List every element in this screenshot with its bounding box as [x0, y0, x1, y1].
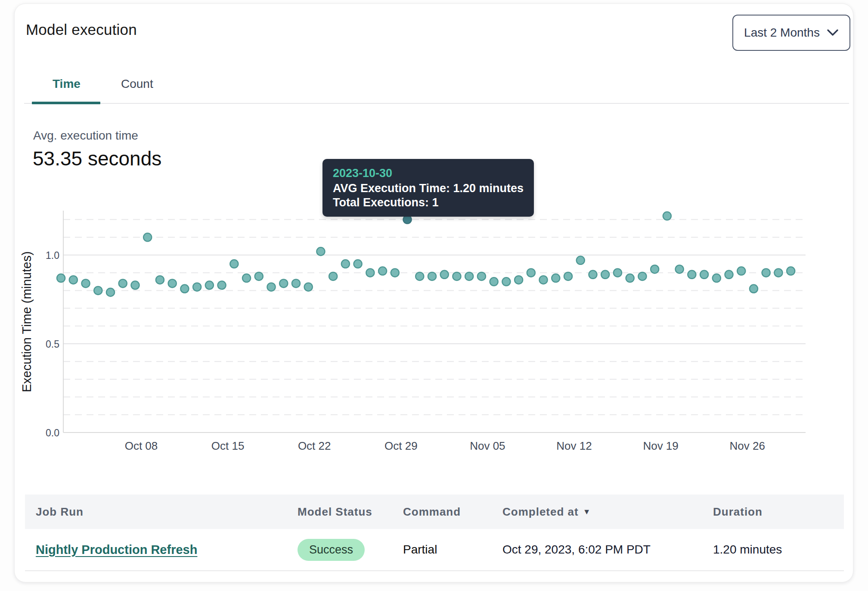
tab-divider: [24, 103, 849, 104]
data-point[interactable]: [279, 279, 288, 287]
data-point[interactable]: [230, 260, 238, 268]
data-point[interactable]: [515, 276, 523, 284]
data-point[interactable]: [143, 233, 152, 241]
data-point[interactable]: [774, 269, 782, 277]
tab-count[interactable]: Count: [121, 77, 152, 91]
data-point[interactable]: [57, 274, 65, 282]
data-point[interactable]: [589, 271, 597, 279]
column-header-duration[interactable]: Duration: [713, 505, 844, 519]
data-point[interactable]: [787, 267, 795, 275]
data-point[interactable]: [354, 260, 362, 268]
data-point[interactable]: [490, 277, 498, 286]
page-title: Model execution: [26, 21, 137, 38]
data-point[interactable]: [242, 274, 251, 282]
data-point[interactable]: [205, 281, 214, 289]
data-point[interactable]: [180, 285, 189, 293]
y-tick-label: 0.5: [46, 339, 59, 350]
column-header-command[interactable]: Command: [403, 505, 502, 519]
data-point[interactable]: [156, 276, 164, 284]
data-point[interactable]: [539, 276, 548, 284]
sort-descending-icon[interactable]: ▼: [583, 508, 591, 516]
data-point[interactable]: [255, 272, 263, 280]
x-tick-label: Nov 05: [470, 439, 505, 452]
data-point[interactable]: [366, 269, 374, 277]
data-point[interactable]: [762, 269, 770, 277]
data-point[interactable]: [638, 272, 646, 280]
chart-tooltip: 2023-10-30 AVG Execution Time: 1.20 minu…: [322, 159, 534, 217]
data-point[interactable]: [651, 265, 659, 273]
data-point[interactable]: [626, 274, 634, 282]
y-axis-title: Execution Time (minutes): [20, 251, 34, 392]
chevron-down-icon: [827, 29, 839, 37]
data-point[interactable]: [502, 277, 510, 286]
avg-execution-time-label: Avg. execution time: [33, 129, 138, 143]
data-point[interactable]: [601, 271, 609, 279]
x-tick-label: Nov 12: [556, 439, 592, 452]
data-point[interactable]: [663, 212, 671, 220]
x-tick-label: Nov 26: [730, 439, 765, 452]
data-point[interactable]: [428, 272, 436, 280]
avg-execution-time-value: 53.35 seconds: [33, 147, 161, 170]
data-point[interactable]: [193, 283, 201, 291]
data-point[interactable]: [750, 285, 758, 293]
x-tick-label: Oct 08: [125, 439, 158, 452]
data-point[interactable]: [676, 265, 684, 273]
x-tick-label: Nov 19: [643, 439, 678, 452]
data-point[interactable]: [552, 274, 560, 282]
data-point[interactable]: [168, 279, 177, 287]
data-point[interactable]: [440, 271, 449, 279]
data-point[interactable]: [564, 272, 572, 280]
data-point[interactable]: [267, 283, 276, 291]
data-point[interactable]: [292, 279, 300, 287]
data-point[interactable]: [119, 279, 127, 287]
tooltip-date: 2023-10-30: [333, 165, 524, 181]
data-point[interactable]: [218, 281, 226, 289]
model-execution-card: Model execution Last 2 Months Time Count…: [14, 3, 853, 582]
data-point[interactable]: [131, 281, 139, 289]
duration-cell: 1.20 minutes: [713, 543, 844, 557]
column-header-model-status[interactable]: Model Status: [298, 505, 403, 519]
active-tab-underline: [32, 102, 100, 104]
data-point[interactable]: [391, 269, 399, 277]
data-point[interactable]: [688, 271, 696, 279]
x-tick-label: Oct 22: [298, 439, 331, 452]
data-point[interactable]: [700, 271, 708, 279]
column-header-completed-at[interactable]: Completed at ▼: [502, 505, 713, 519]
date-range-label: Last 2 Months: [744, 26, 820, 40]
data-point[interactable]: [341, 260, 350, 268]
y-tick-label: 0.0: [46, 427, 59, 439]
data-point[interactable]: [737, 267, 745, 275]
data-point[interactable]: [614, 269, 622, 277]
data-point[interactable]: [577, 256, 585, 264]
job-run-link[interactable]: Nightly Production Refresh: [36, 543, 197, 557]
execution-time-scatter-chart: 0.00.51.0Oct 08Oct 15Oct 22Oct 29Nov 05N…: [15, 198, 854, 460]
data-point[interactable]: [69, 276, 78, 284]
table-header-row: Job Run Model Status Command Completed a…: [25, 495, 844, 529]
data-point[interactable]: [94, 286, 102, 295]
y-tick-label: 1.0: [46, 250, 59, 261]
data-point[interactable]: [477, 272, 486, 280]
column-header-job-run[interactable]: Job Run: [36, 505, 298, 519]
data-point[interactable]: [713, 274, 721, 282]
data-point[interactable]: [304, 283, 313, 291]
completed-at-cell: Oct 29, 2023, 6:02 PM PDT: [502, 543, 713, 557]
data-point[interactable]: [465, 272, 473, 280]
x-tick-label: Oct 29: [384, 439, 418, 452]
data-point[interactable]: [527, 269, 535, 277]
status-badge: Success: [298, 539, 365, 561]
data-point[interactable]: [82, 279, 90, 287]
date-range-dropdown[interactable]: Last 2 Months: [732, 15, 850, 51]
data-point[interactable]: [378, 267, 387, 275]
table-row: Nightly Production Refresh Success Parti…: [25, 529, 844, 571]
data-point[interactable]: [106, 288, 115, 296]
x-tick-label: Oct 15: [211, 439, 245, 452]
data-point[interactable]: [725, 271, 733, 279]
tooltip-avg-execution-time: AVG Execution Time: 1.20 minutes: [333, 181, 524, 196]
data-point[interactable]: [453, 272, 461, 280]
data-point[interactable]: [415, 272, 424, 280]
tab-time[interactable]: Time: [53, 77, 79, 91]
data-point[interactable]: [316, 247, 325, 255]
data-point[interactable]: [329, 272, 337, 280]
tab-bar: Time Count: [15, 73, 853, 104]
tooltip-total-executions: Total Executions: 1: [333, 196, 524, 210]
